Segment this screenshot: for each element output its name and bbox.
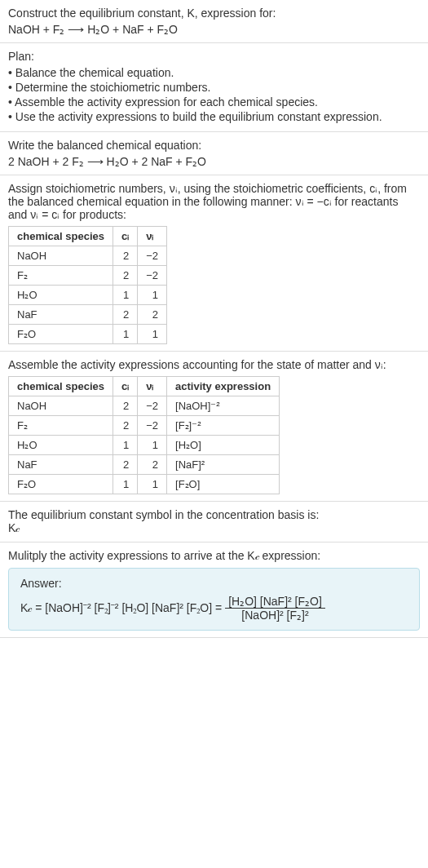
multiply-text: Mulitply the activity expressions to arr… bbox=[8, 549, 420, 563]
cell-vi: −2 bbox=[138, 416, 167, 436]
stoich-text: Assign stoichiometric numbers, νᵢ, using… bbox=[8, 182, 420, 221]
cell-vi: 1 bbox=[138, 436, 167, 455]
cell-ci: 1 bbox=[113, 475, 137, 494]
table-row: F₂O 1 1 [F₂O] bbox=[9, 475, 280, 494]
cell-activity: [NaOH]⁻² bbox=[167, 396, 280, 416]
kc-symbol: K𝒸 bbox=[8, 521, 420, 535]
cell-species: F₂O bbox=[9, 475, 113, 494]
table-row: NaF 2 2 bbox=[9, 305, 167, 325]
multiply-section: Mulitply the activity expressions to arr… bbox=[0, 542, 428, 638]
activity-section: Assemble the activity expressions accoun… bbox=[0, 352, 428, 502]
col-vi: νᵢ bbox=[138, 377, 167, 396]
cell-ci: 1 bbox=[113, 286, 137, 305]
balanced-section: Write the balanced chemical equation: 2 … bbox=[0, 132, 428, 175]
unbalanced-equation: NaOH + F₂ ⟶ H₂O + NaF + F₂O bbox=[8, 23, 420, 36]
construct-section: Construct the equilibrium constant, K, e… bbox=[0, 0, 428, 43]
cell-ci: 2 bbox=[113, 266, 137, 286]
balanced-equation: 2 NaOH + 2 F₂ ⟶ H₂O + 2 NaF + F₂O bbox=[8, 155, 420, 168]
cell-species: H₂O bbox=[9, 436, 113, 455]
cell-species: H₂O bbox=[9, 286, 113, 305]
cell-activity: [F₂O] bbox=[167, 475, 280, 494]
symbol-section: The equilibrium constant symbol in the c… bbox=[0, 502, 428, 542]
cell-activity: [H₂O] bbox=[167, 436, 280, 455]
table-row: H₂O 1 1 bbox=[9, 286, 167, 305]
table-header-row: chemical species cᵢ νᵢ bbox=[9, 227, 167, 246]
cell-activity: [NaF]² bbox=[167, 455, 280, 475]
table-row: F₂ 2 −2 bbox=[9, 266, 167, 286]
cell-vi: 1 bbox=[138, 286, 167, 305]
col-ci: cᵢ bbox=[113, 377, 137, 396]
cell-species: NaOH bbox=[9, 396, 113, 416]
balanced-title: Write the balanced chemical equation: bbox=[8, 139, 420, 152]
cell-vi: 1 bbox=[138, 475, 167, 494]
col-species: chemical species bbox=[9, 227, 113, 246]
cell-ci: 2 bbox=[113, 396, 137, 416]
table-row: NaOH 2 −2 bbox=[9, 246, 167, 266]
cell-ci: 2 bbox=[113, 305, 137, 325]
cell-ci: 2 bbox=[113, 416, 137, 436]
cell-species: NaF bbox=[9, 455, 113, 475]
cell-ci: 1 bbox=[113, 325, 137, 344]
kc-numerator: [H₂O] [NaF]² [F₂O] bbox=[225, 595, 325, 609]
plan-item: • Balance the chemical equation. bbox=[8, 66, 420, 79]
cell-ci: 2 bbox=[113, 455, 137, 475]
activity-table: chemical species cᵢ νᵢ activity expressi… bbox=[8, 376, 280, 494]
table-row: NaOH 2 −2 [NaOH]⁻² bbox=[9, 396, 280, 416]
cell-activity: [F₂]⁻² bbox=[167, 416, 280, 436]
col-activity: activity expression bbox=[167, 377, 280, 396]
plan-section: Plan: • Balance the chemical equation. •… bbox=[0, 43, 428, 132]
plan-title: Plan: bbox=[8, 50, 420, 63]
cell-species: NaF bbox=[9, 305, 113, 325]
plan-list: • Balance the chemical equation. • Deter… bbox=[8, 66, 420, 123]
answer-box: Answer: K𝒸 = [NaOH]⁻² [F₂]⁻² [H₂O] [NaF]… bbox=[8, 568, 420, 631]
cell-species: NaOH bbox=[9, 246, 113, 266]
col-species: chemical species bbox=[9, 377, 113, 396]
plan-item: • Use the activity expressions to build … bbox=[8, 110, 420, 123]
table-row: F₂ 2 −2 [F₂]⁻² bbox=[9, 416, 280, 436]
cell-species: F₂ bbox=[9, 266, 113, 286]
col-vi: νᵢ bbox=[138, 227, 167, 246]
table-row: F₂O 1 1 bbox=[9, 325, 167, 344]
plan-item: • Determine the stoichiometric numbers. bbox=[8, 81, 420, 94]
cell-vi: −2 bbox=[138, 246, 167, 266]
answer-label: Answer: bbox=[20, 577, 408, 590]
cell-species: F₂O bbox=[9, 325, 113, 344]
symbol-text: The equilibrium constant symbol in the c… bbox=[8, 508, 420, 521]
cell-vi: −2 bbox=[138, 396, 167, 416]
table-row: H₂O 1 1 [H₂O] bbox=[9, 436, 280, 455]
kc-expression: K𝒸 = [NaOH]⁻² [F₂]⁻² [H₂O] [NaF]² [F₂O] … bbox=[20, 595, 408, 622]
stoich-section: Assign stoichiometric numbers, νᵢ, using… bbox=[0, 175, 428, 352]
table-header-row: chemical species cᵢ νᵢ activity expressi… bbox=[9, 377, 280, 396]
stoich-table: chemical species cᵢ νᵢ NaOH 2 −2 F₂ 2 −2… bbox=[8, 226, 167, 344]
cell-species: F₂ bbox=[9, 416, 113, 436]
table-row: NaF 2 2 [NaF]² bbox=[9, 455, 280, 475]
cell-vi: 2 bbox=[138, 455, 167, 475]
kc-denominator: [NaOH]² [F₂]² bbox=[225, 609, 325, 622]
cell-vi: 2 bbox=[138, 305, 167, 325]
cell-vi: 1 bbox=[138, 325, 167, 344]
activity-text: Assemble the activity expressions accoun… bbox=[8, 358, 420, 371]
col-ci: cᵢ bbox=[113, 227, 137, 246]
kc-lhs: K𝒸 = [NaOH]⁻² [F₂]⁻² [H₂O] [NaF]² [F₂O] … bbox=[20, 601, 222, 615]
cell-ci: 2 bbox=[113, 246, 137, 266]
kc-fraction: [H₂O] [NaF]² [F₂O] [NaOH]² [F₂]² bbox=[225, 595, 325, 622]
plan-item: • Assemble the activity expression for e… bbox=[8, 95, 420, 108]
cell-vi: −2 bbox=[138, 266, 167, 286]
cell-ci: 1 bbox=[113, 436, 137, 455]
construct-text: Construct the equilibrium constant, K, e… bbox=[8, 7, 420, 20]
